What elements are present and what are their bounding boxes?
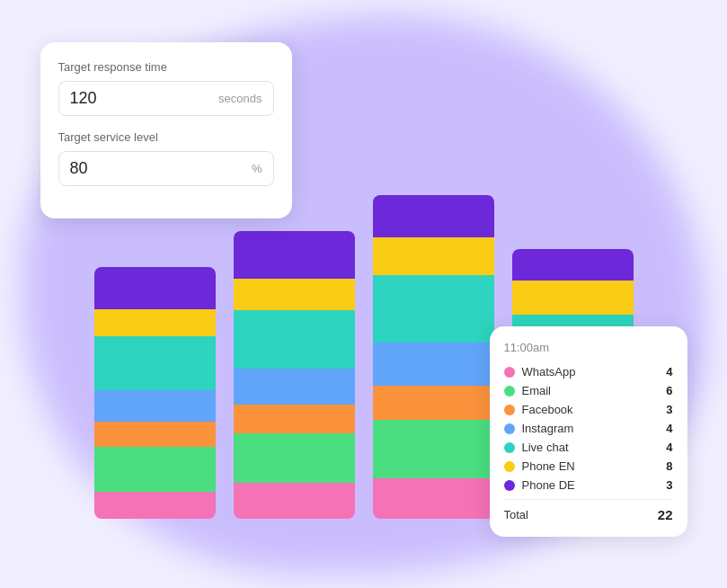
bar-segment (512, 281, 634, 315)
channel-name-label: Instagram (522, 422, 667, 435)
target-card: Target response time 120 seconds Target … (40, 42, 292, 218)
channel-count-value: 3 (666, 478, 672, 492)
channel-count-value: 4 (666, 422, 672, 435)
tooltip-channel-row: Facebook3 (504, 403, 673, 416)
bar-segment (234, 405, 355, 433)
response-input-row[interactable]: 120 seconds (58, 81, 274, 116)
response-unit: seconds (218, 92, 262, 105)
channel-color-dot (504, 423, 515, 434)
total-label: Total (504, 508, 658, 521)
tooltip-channel-row: Email6 (504, 384, 673, 397)
bar-segment (234, 310, 355, 369)
tooltip-channel-row: Phone EN8 (504, 459, 673, 473)
channel-color-dot (504, 367, 515, 378)
response-label: Target response time (58, 60, 274, 74)
bar-segment (373, 478, 494, 519)
bar-segment (373, 195, 494, 237)
bar-segment (94, 336, 216, 390)
bar-bar1 (94, 267, 216, 519)
bar-segment (94, 267, 216, 309)
channel-color-dot (504, 461, 515, 472)
bar-segment (94, 447, 216, 492)
bar-segment (373, 275, 494, 343)
tooltip-channel-row: Instagram4 (504, 422, 673, 435)
bar-bar3 (373, 195, 494, 519)
response-value: 120 (70, 89, 219, 108)
tooltip-channels: WhatsApp4Email6Facebook3Instagram4Live c… (504, 365, 673, 492)
channel-count-value: 4 (666, 365, 672, 379)
scene: Target response time 120 seconds Target … (22, 15, 705, 573)
channel-color-dot (504, 386, 515, 396)
channel-color-dot (504, 442, 515, 453)
channel-name-label: Phone DE (522, 478, 667, 492)
service-unit: % (252, 162, 262, 175)
channel-count-value: 8 (666, 459, 672, 473)
channel-name-label: Email (522, 384, 667, 397)
bar-segment (234, 231, 355, 279)
channel-name-label: WhatsApp (522, 365, 667, 379)
bar-segment (373, 386, 494, 420)
channel-name-label: Phone EN (522, 459, 667, 473)
channel-count-value: 4 (666, 441, 672, 454)
tooltip-channel-row: WhatsApp4 (504, 365, 673, 379)
channel-count-value: 6 (666, 384, 672, 397)
tooltip-card: 11:00am WhatsApp4Email6Facebook3Instagra… (490, 326, 687, 537)
channel-color-dot (504, 480, 515, 491)
bar-segment (512, 249, 634, 281)
tooltip-time: 11:00am (504, 341, 673, 354)
service-value: 80 (70, 159, 252, 178)
bar-segment (373, 343, 494, 386)
bar-bar2 (234, 231, 355, 519)
channel-count-value: 3 (666, 403, 672, 416)
tooltip-total-row: Total 22 (504, 499, 673, 522)
bar-segment (373, 420, 494, 478)
bar-segment (94, 309, 216, 336)
bar-segment (94, 390, 216, 422)
tooltip-channel-row: Live chat4 (504, 441, 673, 454)
service-input-row[interactable]: 80 % (58, 151, 274, 186)
total-count: 22 (658, 507, 673, 522)
bar-segment (234, 433, 355, 483)
tooltip-channel-row: Phone DE3 (504, 478, 673, 492)
channel-name-label: Live chat (522, 441, 667, 454)
channel-color-dot (504, 405, 515, 415)
service-label: Target service level (58, 130, 274, 144)
bar-segment (234, 483, 355, 519)
bar-segment (94, 492, 216, 519)
bar-segment (234, 369, 355, 405)
bar-segment (94, 422, 216, 447)
bar-segment (373, 237, 494, 275)
channel-name-label: Facebook (522, 403, 667, 416)
bar-segment (234, 279, 355, 310)
